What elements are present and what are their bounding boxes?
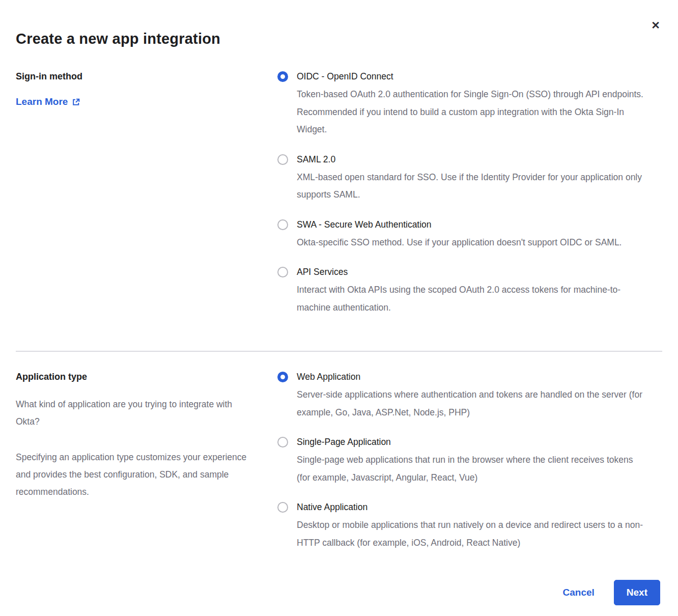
application-type-label: Application type (16, 371, 255, 382)
learn-more-link[interactable]: Learn More (16, 96, 80, 107)
radio-button-native-application[interactable] (277, 502, 288, 513)
application-type-explanation: Specifying an application type customize… (16, 449, 255, 500)
radio-label-single-page-application[interactable]: Single-Page Application (297, 436, 645, 447)
radio-label-native-application[interactable]: Native Application (297, 501, 645, 513)
radio-label-web-application[interactable]: Web Application (297, 371, 645, 382)
create-app-integration-dialog: ✕ Create a new app integration Sign-in m… (0, 0, 678, 616)
radio-option-swa[interactable]: SWA - Secure Web Authentication Okta-spe… (277, 219, 645, 251)
radio-label-oidc[interactable]: OIDC - OpenID Connect (297, 71, 645, 82)
radio-label-swa[interactable]: SWA - Secure Web Authentication (297, 219, 645, 230)
dialog-title: Create a new app integration (16, 0, 662, 47)
radio-option-api-services[interactable]: API Services Interact with Okta APIs usi… (277, 266, 645, 316)
signin-method-options: OIDC - OpenID Connect Token-based OAuth … (277, 71, 645, 316)
radio-label-api-services[interactable]: API Services (297, 266, 645, 277)
application-type-section: Application type What kind of applicatio… (16, 371, 662, 551)
external-link-icon (72, 98, 80, 106)
radio-description-single-page-application: Single-page web applications that run in… (297, 451, 645, 486)
radio-button-swa[interactable] (277, 219, 288, 230)
radio-option-oidc[interactable]: OIDC - OpenID Connect Token-based OAuth … (277, 71, 645, 138)
radio-description-native-application: Desktop or mobile applications that run … (297, 516, 645, 551)
radio-label-saml[interactable]: SAML 2.0 (297, 154, 645, 165)
radio-description-api-services: Interact with Okta APIs using the scoped… (297, 281, 645, 316)
radio-option-native-application[interactable]: Native Application Desktop or mobile app… (277, 501, 645, 551)
signin-method-section: Sign-in method Learn More OIDC - OpenID … (16, 71, 662, 316)
application-type-options: Web Application Server-side applications… (277, 371, 645, 551)
radio-button-oidc[interactable] (277, 71, 288, 82)
radio-option-web-application[interactable]: Web Application Server-side applications… (277, 371, 645, 421)
radio-description-saml: XML-based open standard for SSO. Use if … (297, 169, 645, 204)
close-icon[interactable]: ✕ (648, 18, 663, 33)
dialog-footer: Cancel Next (16, 580, 662, 605)
cancel-button[interactable]: Cancel (563, 587, 595, 598)
radio-option-single-page-application[interactable]: Single-Page Application Single-page web … (277, 436, 645, 486)
signin-method-label: Sign-in method (16, 71, 255, 82)
radio-button-saml[interactable] (277, 154, 288, 165)
learn-more-label: Learn More (16, 96, 68, 107)
radio-button-web-application[interactable] (277, 372, 288, 382)
next-button[interactable]: Next (614, 580, 660, 605)
radio-button-single-page-application[interactable] (277, 437, 288, 447)
radio-description-swa: Okta-specific SSO method. Use if your ap… (297, 234, 645, 251)
signin-method-left-column: Sign-in method Learn More (16, 71, 277, 316)
radio-button-api-services[interactable] (277, 267, 288, 277)
section-divider (16, 351, 662, 352)
application-type-left-column: Application type What kind of applicatio… (16, 371, 277, 551)
radio-option-saml[interactable]: SAML 2.0 XML-based open standard for SSO… (277, 154, 645, 204)
application-type-question: What kind of application are you trying … (16, 396, 255, 430)
radio-description-web-application: Server-side applications where authentic… (297, 386, 645, 421)
radio-description-oidc: Token-based OAuth 2.0 authentication for… (297, 86, 645, 138)
